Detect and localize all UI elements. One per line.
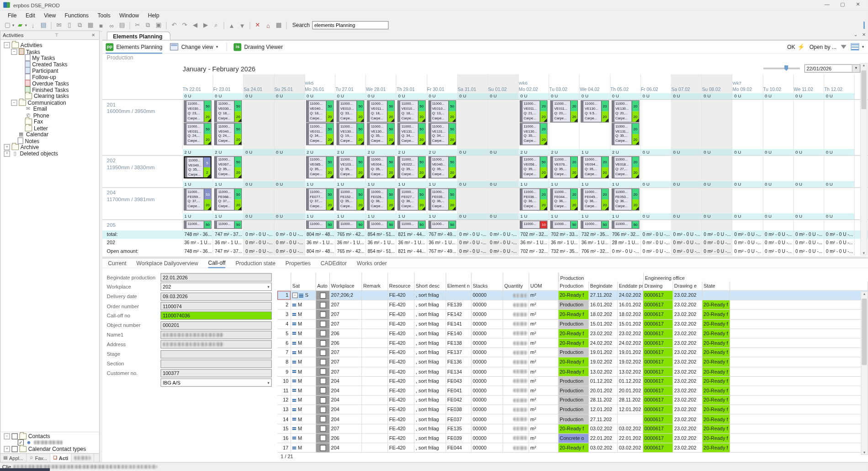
auto-checkbox[interactable] [320,359,326,365]
schedule-card[interactable]: 11000...FE152...Q: 35,...Carpe...5020 [337,188,365,210]
grid-view-icon[interactable] [863,21,864,29]
schedule-card[interactable]: 11000...VE094...Q: 35,...Carpe...2020 [581,156,609,178]
search-input[interactable] [312,21,388,29]
sidebar-item-calendar-contact-types[interactable]: +Calendar Contact types [2,446,98,452]
dropdown-caret-icon[interactable]: ▼ [11,23,15,27]
schedule-card[interactable]: 11000...VE010...Q: 33,...Carpe...5020 [337,100,365,122]
schedule-card[interactable]: 11000...FE077...Q: 37,...Carpe...5020 [306,188,334,210]
auto-checkbox[interactable] [320,426,326,432]
table-row[interactable]: 13M204FE-420, sort frilagFE03800000m²Pro… [277,405,868,415]
schedule-card[interactable]: 11000...VE130...Q: 35,...Carpe...2020 [520,123,548,145]
menu-window[interactable]: Window [115,11,143,19]
menu-tools[interactable]: Tools [93,11,115,19]
tree-twisty-icon[interactable]: − [11,100,17,106]
table-row[interactable]: 2M207FE-420, sort frilagFE13900000m²Prod… [277,300,868,310]
maximize-button[interactable]: ▢ [835,0,850,9]
detail-tab-works-order[interactable]: Works order [357,259,387,267]
schedule-card[interactable]: 11000...VE031...Q: 24,...Carpe...5020 [184,123,212,145]
schedule-card[interactable]: 11000...10 [520,220,548,229]
schedule-card[interactable]: 11000...VE011...Q: 18,...Carpe...5020 [367,100,395,122]
column-header-remark[interactable]: Remark [362,282,388,291]
sidebar-item-tasks[interactable]: −Tasks [2,48,98,55]
calendar-day-icon[interactable]: ▦ [86,21,95,30]
column-header-uom[interactable]: UOM [529,282,558,291]
redo-icon[interactable]: ↷ [180,21,190,30]
notes-icon[interactable]: ⧉ [75,21,85,30]
schedule-card[interactable]: 11000...VE010...Q: 18,...Carpe...5020 [397,100,425,122]
schedule-card[interactable]: 11000...FE053...Q: 36,...Carpe...2020 [611,188,639,210]
detail-tab-production-state[interactable]: Production state [235,259,275,267]
column-header-production[interactable]: Production [559,282,589,291]
column-header-element-n[interactable]: Element n [446,282,472,291]
nav-forward-icon[interactable]: ▶ [201,21,211,30]
column-header-state[interactable]: State [703,282,730,291]
table-row[interactable]: 3M207FE-420, sort frilagFE14200000m²20-R… [277,310,868,320]
sidebar-item-activities[interactable]: −Activities [2,42,98,48]
tree-twisty-icon[interactable]: + [4,150,10,156]
panel-tab-redacted[interactable] [72,454,95,462]
menu-file[interactable]: File [3,11,21,19]
schedule-card[interactable]: 11000...50 [428,220,456,229]
calendar-dropdown-icon[interactable]: ▼ [852,65,860,72]
table-row[interactable]: 14M204FE-420, sort frilagFE03700000m²Pro… [277,415,868,424]
tree-twisty-icon[interactable]: − [11,48,17,54]
table-row[interactable]: 16M206FE-420, sort frilagFE03900000m²Con… [277,434,868,444]
schedule-card[interactable]: 11000...VE011...Q: 34,...Carpe...5020 [306,123,334,145]
table-row[interactable]: 8M207FE-420, sort frilagFE13600000m²20-R… [277,358,868,367]
tree-twisty-icon[interactable]: − [4,42,10,48]
paste-icon[interactable]: ▣ [154,21,164,30]
column-header-drawing-e[interactable]: Drawing e [673,282,702,291]
schedule-card[interactable]: 11000...VE018...Q: 27,...Carpe...2020 [611,156,639,178]
undo-icon[interactable]: ↶ [169,21,179,30]
sidebar-item-created-tasks[interactable]: Created Tasks [2,61,98,68]
schedule-card[interactable]: 11000...50 [184,220,212,229]
close-panel-icon[interactable]: ✕ [90,32,97,37]
table-row[interactable]: 12M204FE-420, sort frilagFE04200000m²Pro… [277,396,868,405]
sidebar-item-finished-tasks[interactable]: Finished Tasks [2,87,98,93]
auto-checkbox[interactable] [320,407,326,412]
schedule-card[interactable]: 11000...VE131...Q: 34,...Carpe...5020 [428,123,456,145]
tree-twisty-icon[interactable]: + [4,144,10,150]
cut-icon[interactable]: ✂ [133,21,143,30]
dropdown-caret-icon[interactable]: ▼ [24,23,27,27]
field-call-off-no[interactable]: 1100074036 [160,311,272,320]
sidebar-item-participant[interactable]: Participant [2,68,98,74]
schedule-card[interactable]: 11000...VE011...Q: 21,...Carpe...2020 [520,100,548,122]
schedule-card[interactable]: 11000...VE130...Q: 35,...Carpe...5020 [367,123,395,145]
schedule-card[interactable]: 11000...50 [550,220,578,229]
schedule-card[interactable]: 11000...50 [337,220,365,229]
delete-icon[interactable]: ✕ [253,21,263,30]
auto-checkbox[interactable] [320,321,326,327]
schedule-card[interactable]: 11000...FE059...Q: 37,...Carpe...5320 [184,188,212,210]
column-header-resource[interactable]: Resource [388,282,414,291]
schedule-card-selected[interactable]: 11000...VE049...Q: 35,...Carpe...52 [184,156,212,178]
detail-tab-properties[interactable]: Properties [286,259,311,267]
sort-down-icon[interactable]: ▼ [238,21,247,30]
home-icon[interactable]: ⌂ [264,21,273,30]
clipboard-icon[interactable]: ▯ [65,21,74,30]
schedule-card[interactable]: 11000...VE131...Q: 35,...Carpe...2020 [611,123,639,145]
field-customer-name[interactable]: IBG A/S▼ [160,379,272,387]
auto-checkbox[interactable] [320,416,326,422]
sidebar-item-follow-up[interactable]: Follow-up [2,74,98,80]
table-row[interactable]: 1−S207;206;2FE-420, sort frilag00000m²20… [277,291,868,300]
detail-tab-workplace-dailyoverview[interactable]: Workplace Dailyoverview [137,259,198,267]
schedule-card[interactable]: 11000...VE040...Q: 24,...Carpe...5020 [214,123,242,145]
schedule-card[interactable]: 11000...50 [214,220,242,229]
change-view-button[interactable]: Change view ▼ [170,43,218,51]
schedule-card[interactable]: 11000...FE027...Q: 36,...Carpe...5020 [397,188,425,210]
sidebar-item-fax[interactable]: Fax [2,118,98,125]
schedule-card[interactable]: 11000...FE045...Q: 36,...Carpe...2020 [581,188,609,210]
tree-twisty-icon[interactable]: − [4,433,10,439]
menu-edit[interactable]: Edit [21,11,39,19]
detail-tab-current[interactable]: Current [108,259,126,267]
table-row[interactable]: 11M204FE-420, sort frilagFE04100000m²Pro… [277,386,868,396]
sidebar-item-email[interactable]: ✉Email [2,106,98,112]
sidebar-item-deleted-objects[interactable]: +▯Deleted objects [2,150,98,157]
auto-checkbox[interactable] [320,331,326,337]
save-icon[interactable]: ↓ [28,21,38,30]
column-header-blank-17[interactable] [730,282,868,291]
field-section[interactable] [160,359,272,368]
open-by-label[interactable]: Open by ... [810,44,836,50]
auto-checkbox[interactable] [320,388,326,394]
